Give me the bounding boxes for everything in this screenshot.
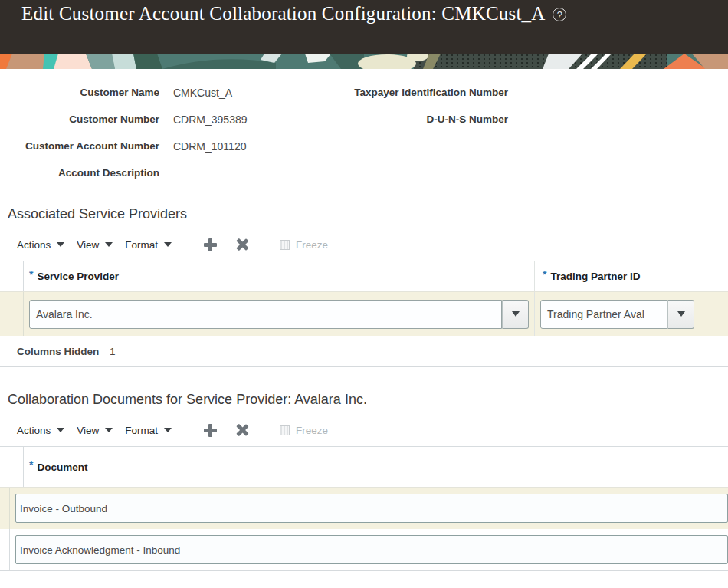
format-menu-label: Format [125,425,158,436]
document-input[interactable] [15,494,728,523]
chevron-down-icon [105,242,113,247]
trading-partner-combobox: Trading Partner Aval [540,300,694,329]
delete-row-button[interactable] [235,238,249,251]
chevron-down-icon [512,311,520,317]
account-description-value [173,159,319,186]
freeze-button: Freeze [280,425,328,436]
row-header-gutter [0,261,24,291]
page-title: Edit Customer Account Collaboration Conf… [21,3,545,25]
columns-hidden-count: 1 [110,346,116,357]
page-header: Edit Customer Account Collaboration Conf… [0,0,728,54]
customer-account-number-value: CDRM_101120 [173,133,319,159]
service-provider-dropdown-button[interactable] [502,300,529,329]
chevron-down-icon [105,428,113,432]
document-input[interactable] [15,535,728,564]
columns-hidden-status: Columns Hidden 1 [0,336,728,366]
documents-toolbar: Actions View Format Freeze [17,421,728,439]
document-row [0,488,728,529]
documents-table-header: * Document [0,447,728,488]
format-menu[interactable]: Format [125,425,172,436]
freeze-label: Freeze [296,239,328,251]
account-summary-form: Customer Name CMKCust_A Taxpayer Identif… [0,79,728,186]
banner-art-image [0,54,728,69]
actions-menu-label: Actions [17,239,51,251]
row-selector[interactable] [0,292,24,336]
freeze-label: Freeze [296,425,328,436]
delete-row-button[interactable] [235,423,249,437]
taxpayer-id-label: Taxpayer Identification Number [333,79,508,106]
trading-partner-dropdown-button[interactable] [667,300,694,329]
service-provider-combobox-value[interactable]: Avalara Inc. [29,300,502,329]
view-menu-label: View [77,425,99,436]
required-asterisk: * [543,268,546,281]
section-divider [0,366,728,367]
customer-number-value: CDRM_395389 [173,106,319,133]
freeze-button: Freeze [280,239,328,251]
account-description-label: Account Description [0,159,159,186]
service-provider-row: Avalara Inc. Trading Partner Aval [0,292,728,336]
trading-partner-combobox-value[interactable]: Trading Partner Aval [540,300,667,329]
service-provider-combobox: Avalara Inc. [29,300,529,329]
chevron-down-icon [57,242,64,247]
add-row-button[interactable] [204,424,217,437]
document-row [0,529,728,570]
chevron-down-icon [57,428,64,432]
add-row-button[interactable] [204,238,217,251]
freeze-icon [280,425,290,435]
required-asterisk: * [29,268,33,281]
table-bottom-divider [0,570,728,571]
actions-menu[interactable]: Actions [17,239,64,251]
service-providers-table-header: * Service Provider * Trading Partner ID [0,261,728,292]
format-menu-label: Format [125,239,158,251]
trading-partner-id-column-header: * Trading Partner ID [534,261,728,291]
row-selector[interactable] [0,529,10,570]
service-providers-toolbar: Actions View Format Freeze [17,235,728,254]
row-selector[interactable] [0,488,10,529]
document-column-header: * Document [24,447,87,487]
decorative-banner [0,54,728,69]
customer-account-number-label: Customer Account Number [0,133,159,159]
view-menu-label: View [77,239,99,251]
duns-number-value [522,106,728,133]
format-menu[interactable]: Format [125,239,172,251]
columns-hidden-label: Columns Hidden [17,346,99,357]
actions-menu[interactable]: Actions [17,425,64,436]
section-heading-service-providers: Associated Service Providers [8,205,728,223]
service-providers-table: * Service Provider * Trading Partner ID … [0,261,728,336]
customer-name-label: Customer Name [0,79,159,106]
row-header-gutter [0,447,24,487]
chevron-down-icon [164,242,172,247]
documents-table: * Document [0,446,728,570]
view-menu[interactable]: View [77,425,113,436]
freeze-icon [280,240,290,250]
customer-name-value: CMKCust_A [173,79,319,106]
duns-number-label: D-U-N-S Number [333,106,508,133]
section-heading-collaboration-documents: Collaboration Documents for Service Prov… [8,390,728,409]
view-menu[interactable]: View [77,239,113,251]
customer-number-label: Customer Number [0,106,159,133]
service-provider-column-header: * Service Provider [24,261,534,291]
chevron-down-icon [677,311,685,317]
help-icon[interactable]: ? [553,8,566,21]
required-asterisk: * [29,458,33,471]
actions-menu-label: Actions [17,425,51,436]
taxpayer-id-value [522,79,728,106]
chevron-down-icon [164,428,172,432]
